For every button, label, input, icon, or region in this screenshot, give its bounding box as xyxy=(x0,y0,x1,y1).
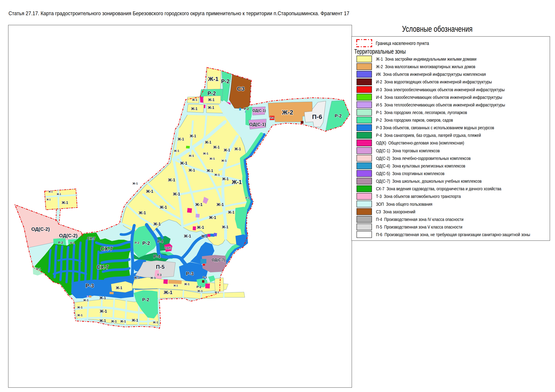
svg-text:Ж-1: Ж-1 xyxy=(234,147,241,151)
svg-text:Ж-1: Ж-1 xyxy=(224,148,230,152)
svg-text:Ж-1: Ж-1 xyxy=(177,137,184,141)
svg-text:Ж-1: Ж-1 xyxy=(173,284,178,287)
svg-text:Р-2: Р-2 xyxy=(246,197,249,199)
svg-text:Ж-1: Ж-1 xyxy=(191,107,197,111)
svg-text:Ж-1: Ж-1 xyxy=(111,320,117,323)
svg-text:Ж-2 Зона малоэтажных многоква: Ж-2 Зона малоэтажных многоквартирных жил… xyxy=(376,64,475,69)
svg-text:ОД(К) Общественно-деловая зон: ОД(К) Общественно-деловая зона (комплекс… xyxy=(376,140,464,145)
svg-text:Ж-2: Ж-2 xyxy=(282,109,293,116)
svg-text:Ж-1: Ж-1 xyxy=(100,309,107,314)
svg-text:Ж-1: Ж-1 xyxy=(195,202,203,207)
svg-text:Ж-1: Ж-1 xyxy=(77,314,82,317)
svg-text:Граница населенного пункта: Граница населенного пункта xyxy=(376,41,429,46)
svg-text:Ж-1: Ж-1 xyxy=(228,210,234,214)
svg-text:ОД(С-4) Зона культовых религи: ОД(С-4) Зона культовых религиозных компл… xyxy=(376,163,465,168)
svg-text:ОД(С-7): ОД(С-7) xyxy=(212,258,225,262)
svg-text:Ж-1: Ж-1 xyxy=(222,225,228,229)
svg-text:Ж-1: Ж-1 xyxy=(150,276,155,279)
svg-text:Ж-1: Ж-1 xyxy=(132,182,138,185)
svg-text:Ж-1: Ж-1 xyxy=(201,234,208,238)
svg-text:Ж-1: Ж-1 xyxy=(184,234,191,238)
svg-text:Ж-1: Ж-1 xyxy=(208,76,219,82)
svg-text:Р-3: Р-3 xyxy=(186,271,194,276)
svg-text:Т-3 Зона объектов автомобильн: Т-3 Зона объектов автомобильного транспо… xyxy=(376,194,461,199)
svg-text:СЗ: СЗ xyxy=(237,86,245,92)
svg-text:СЗ Зона захоронений: СЗ Зона захоронений xyxy=(376,209,415,214)
svg-text:Ж-1: Ж-1 xyxy=(153,321,158,324)
svg-text:Ж-1: Ж-1 xyxy=(192,98,197,101)
svg-text:Ж-1: Ж-1 xyxy=(146,189,153,194)
svg-text:ОД(С-7) Зона школьных, дошкол: ОД(С-7) Зона школьных, дошкольных учебны… xyxy=(376,178,482,184)
svg-text:ОД(С-1): ОД(С-1) xyxy=(252,109,266,113)
svg-text:Р-2: Р-2 xyxy=(58,241,63,244)
svg-text:Р-4: Р-4 xyxy=(153,254,161,259)
svg-text:Ж-1: Ж-1 xyxy=(99,296,106,300)
svg-text:Ж-1: Ж-1 xyxy=(62,201,68,205)
svg-text:Ж-1: Ж-1 xyxy=(56,193,61,195)
svg-text:Ж-1: Ж-1 xyxy=(209,215,216,220)
svg-text:ОД(К): ОД(К) xyxy=(165,246,172,249)
svg-text:ЗОП Зона общего пользования: ЗОП Зона общего пользования xyxy=(376,201,432,207)
svg-text:Ж-1: Ж-1 xyxy=(197,225,204,230)
svg-text:Ж-1: Ж-1 xyxy=(99,319,106,323)
svg-text:Р-4: Р-4 xyxy=(158,240,163,243)
svg-text:Ж-1: Ж-1 xyxy=(163,290,172,295)
svg-text:Р-1: Р-1 xyxy=(36,267,41,271)
svg-text:Р-2: Р-2 xyxy=(142,240,150,246)
svg-text:Статья 27.17. Карта градострои: Статья 27.17. Карта градостроительного з… xyxy=(8,10,349,16)
svg-text:Ж-1: Ж-1 xyxy=(160,205,167,210)
svg-text:Р-2: Р-2 xyxy=(335,113,342,118)
svg-text:Ж-1: Ж-1 xyxy=(221,159,226,162)
svg-text:Ж-1: Ж-1 xyxy=(173,192,180,196)
svg-text:И-3 Зона электрообеспечивающи: И-3 Зона электрообеспечивающих объектов … xyxy=(376,87,505,92)
svg-text:П-5 Производственная зона V к: П-5 Производственная зона V класса опасн… xyxy=(376,224,462,229)
svg-text:ОД(С-2): ОД(С-2) xyxy=(59,233,78,238)
svg-text:Р-2: Р-2 xyxy=(142,297,149,302)
svg-text:Ж-1: Ж-1 xyxy=(139,211,146,215)
svg-text:Ж-1: Ж-1 xyxy=(190,134,196,138)
svg-text:Р-1 Зона городских лесов, лес: Р-1 Зона городских лесов, лесопарков, лу… xyxy=(376,110,467,115)
svg-text:Р-3 Зона объектов, связанных с: Р-3 Зона объектов, связанных с использов… xyxy=(376,125,494,130)
svg-text:Ж-1: Ж-1 xyxy=(213,145,220,149)
svg-text:Ж-1: Ж-1 xyxy=(77,306,82,309)
svg-text:ОД(С-5) Зона спортивных компл: ОД(С-5) Зона спортивных комплексов xyxy=(376,171,445,176)
svg-text:Ж-1: Ж-1 xyxy=(197,289,203,293)
svg-text:Ж-1: Ж-1 xyxy=(184,282,189,286)
svg-text:Ж-1: Ж-1 xyxy=(232,179,242,185)
svg-text:Р-3: Р-3 xyxy=(86,283,94,289)
svg-text:И-3: И-3 xyxy=(270,117,274,119)
svg-text:СХ-7: СХ-7 xyxy=(101,246,113,252)
svg-text:Р-2: Р-2 xyxy=(207,90,216,96)
svg-text:Р-2: Р-2 xyxy=(244,107,249,111)
svg-text:Ж-1: Ж-1 xyxy=(216,202,224,207)
svg-text:Условные обозначения: Условные обозначения xyxy=(402,24,473,34)
svg-text:ОД(С-2) Зона лечебно-оздорови: ОД(С-2) Зона лечебно-оздоровительных ком… xyxy=(376,156,471,161)
svg-text:СХ-7: СХ-7 xyxy=(97,264,109,270)
svg-text:Ж-1: Ж-1 xyxy=(131,318,138,322)
svg-text:Ж-1: Ж-1 xyxy=(208,98,215,102)
svg-text:Ж-1: Ж-1 xyxy=(207,169,213,173)
svg-text:Ж-1: Ж-1 xyxy=(203,152,208,155)
svg-text:Ж-1: Ж-1 xyxy=(83,299,88,302)
svg-text:Ж-1: Ж-1 xyxy=(153,222,161,226)
svg-text:Ж-1: Ж-1 xyxy=(208,106,214,110)
svg-text:Ж-1: Ж-1 xyxy=(116,286,122,290)
svg-text:Р-2 Зона городских парков, ск: Р-2 Зона городских парков, скверов, садо… xyxy=(376,117,453,122)
svg-text:Ж-1: Ж-1 xyxy=(189,154,194,157)
svg-text:П-4 Производственная зона IV: П-4 Производственная зона IV класса опас… xyxy=(376,217,463,222)
svg-text:Ж-1: Ж-1 xyxy=(209,157,215,160)
svg-text:Ж-1: Ж-1 xyxy=(134,276,140,279)
svg-text:П-6 Производственная зона, не: П-6 Производственная зона, не требующая … xyxy=(376,232,530,237)
svg-text:Р-2: Р-2 xyxy=(135,241,139,244)
svg-text:П-5: П-5 xyxy=(156,264,165,270)
svg-text:ОД(С-1) Зона торговых комплек: ОД(С-1) Зона торговых комплексов xyxy=(376,148,440,153)
svg-text:Ж-1: Ж-1 xyxy=(174,149,179,152)
svg-text:Ж-1: Ж-1 xyxy=(48,191,53,193)
svg-text:ОД(С-1): ОД(С-1) xyxy=(249,122,266,127)
svg-text:СХ-7 Зона ведения садоводства: СХ-7 Зона ведения садоводства, огороднич… xyxy=(376,186,501,191)
svg-text:Р-2: Р-2 xyxy=(197,285,201,289)
svg-text:Ж-1: Ж-1 xyxy=(180,161,187,165)
svg-text:Ж-1: Ж-1 xyxy=(46,198,51,201)
svg-text:Ж-1: Ж-1 xyxy=(214,173,219,176)
svg-text:И-5 Зона теплообеспечивающих: И-5 Зона теплообеспечивающих объектов ин… xyxy=(376,102,505,107)
